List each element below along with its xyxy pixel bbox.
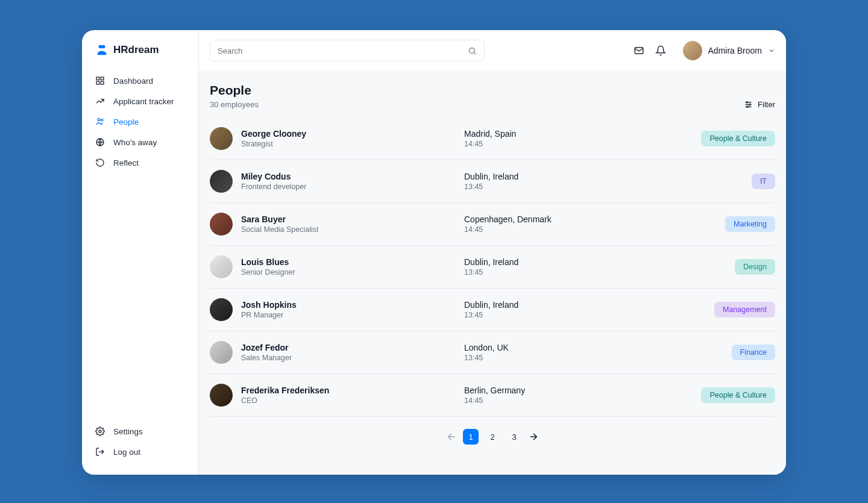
employee-row[interactable]: Josh HopkinsPR ManagerDublin, Ireland13:… [210, 289, 775, 331]
avatar [210, 341, 233, 364]
svg-point-18 [746, 102, 748, 104]
employee-role: Strategist [241, 140, 464, 148]
nav-spacer [82, 172, 198, 422]
avatar [683, 41, 702, 60]
search-box[interactable] [210, 40, 485, 61]
sidebar-item-reflect[interactable]: Reflect [82, 153, 198, 172]
prev-page-arrow-icon[interactable] [446, 431, 457, 442]
employee-tag-col: People & Culture [691, 131, 775, 146]
department-tag: People & Culture [701, 131, 775, 146]
user-menu[interactable]: Admira Broom [683, 41, 775, 60]
page-number[interactable]: 2 [485, 429, 500, 445]
employee-location: Berlin, Germany [464, 386, 691, 395]
employee-tag-col: Finance [691, 345, 775, 360]
department-tag: Finance [732, 345, 775, 360]
department-tag: People & Culture [701, 387, 775, 403]
employee-location: Dublin, Ireland [464, 257, 691, 267]
employee-tag-col: Design [691, 259, 775, 275]
sidebar-label: Reflect [113, 158, 139, 167]
employee-location-col: London, UK13:45 [464, 343, 691, 362]
sidebar-item-logout[interactable]: Log out [82, 442, 198, 461]
sidebar-label: Settings [113, 427, 143, 436]
employee-row[interactable]: Sara BuyerSocial Media SpecialistCopenha… [210, 203, 775, 246]
employee-row[interactable]: Jozef FedorSales ManagerLondon, UK13:45F… [210, 331, 775, 374]
employee-identity: Frederika FrederiksenCEO [241, 386, 464, 405]
chevron-down-icon [768, 47, 775, 54]
employee-identity: Miley CodusFrontend developer [241, 172, 464, 191]
employee-name: Jozef Fedor [241, 343, 464, 352]
avatar [210, 213, 233, 236]
logout-icon [95, 447, 105, 457]
employee-role: Frontend developer [241, 183, 464, 191]
next-page-arrow-icon[interactable] [528, 431, 539, 442]
employee-identity: George ClooneyStrategist [241, 129, 464, 148]
sidebar-item-settings[interactable]: Settings [82, 422, 198, 441]
department-tag: IT [752, 173, 775, 189]
sidebar-item-dashboard[interactable]: Dashboard [82, 71, 198, 90]
search-icon [468, 46, 477, 55]
svg-point-8 [101, 119, 103, 121]
employee-list: George ClooneyStrategistMadrid, Spain14:… [210, 117, 775, 417]
employee-location: Madrid, Spain [464, 129, 691, 139]
sidebar-label: Dashboard [113, 77, 153, 86]
employee-name: Miley Codus [241, 172, 464, 181]
filter-icon [744, 100, 753, 109]
employee-time: 14:45 [464, 225, 691, 234]
sidebar-item-applicant-tracker[interactable]: Applicant tracker [82, 92, 198, 111]
department-tag: Management [714, 302, 775, 317]
page-header: People 30 employees Filter [210, 83, 775, 109]
app-window: HRdream Dashboard Applicant tracker Peop… [82, 30, 786, 475]
svg-point-7 [98, 119, 100, 121]
svg-rect-4 [101, 77, 104, 80]
page-number[interactable]: 3 [506, 429, 522, 445]
pagination: 123 [210, 417, 775, 445]
sidebar-label: People [113, 117, 139, 127]
sidebar-label: Applicant tracker [113, 97, 174, 106]
employee-row[interactable]: Louis BluesSenior DesignerDublin, Irelan… [210, 246, 775, 289]
sidebar-label: Who's away [113, 138, 157, 147]
employee-tag-col: IT [691, 173, 775, 189]
employee-time: 13:45 [464, 311, 691, 319]
logo-text: HRdream [113, 44, 159, 56]
logo: HRdream [82, 43, 198, 71]
employee-role: CEO [241, 396, 464, 405]
search-input[interactable] [218, 46, 468, 55]
logo-icon [95, 43, 108, 57]
page-number[interactable]: 1 [463, 429, 479, 445]
employee-row[interactable]: George ClooneyStrategistMadrid, Spain14:… [210, 117, 775, 160]
page-numbers: 123 [463, 429, 522, 445]
employee-location: Copenhagen, Denmark [464, 214, 691, 224]
reflect-icon [95, 158, 105, 167]
employee-identity: Louis BluesSenior Designer [241, 257, 464, 276]
employee-name: Sara Buyer [241, 214, 464, 224]
svg-point-2 [100, 45, 104, 49]
bell-icon[interactable] [655, 45, 666, 56]
employee-name: George Clooney [241, 129, 464, 139]
topbar: Admira Broom [199, 30, 786, 71]
globe-icon [95, 137, 105, 147]
svg-point-20 [747, 106, 749, 108]
employee-location: Dublin, Ireland [464, 300, 691, 310]
avatar [210, 170, 233, 193]
employee-name: Josh Hopkins [241, 300, 464, 310]
employee-time: 13:45 [464, 268, 691, 276]
employee-location-col: Dublin, Ireland13:45 [464, 257, 691, 276]
employee-time: 13:45 [464, 354, 691, 362]
employee-identity: Jozef FedorSales Manager [241, 343, 464, 362]
avatar [210, 127, 233, 150]
sidebar-item-whos-away[interactable]: Who's away [82, 133, 198, 152]
employee-row[interactable]: Miley CodusFrontend developerDublin, Ire… [210, 160, 775, 203]
employee-row[interactable]: Frederika FrederiksenCEOBerlin, Germany1… [210, 374, 775, 417]
sidebar-item-people[interactable]: People [82, 112, 198, 131]
employee-tag-col: Marketing [691, 216, 775, 232]
avatar [210, 255, 233, 278]
employee-time: 14:45 [464, 396, 691, 405]
employee-role: PR Manager [241, 311, 464, 319]
mail-icon[interactable] [634, 45, 644, 56]
avatar [210, 384, 233, 407]
filter-button[interactable]: Filter [744, 100, 775, 109]
svg-rect-6 [101, 81, 104, 84]
employee-location: Dublin, Ireland [464, 172, 691, 181]
employee-role: Social Media Specialist [241, 225, 464, 234]
employee-name: Louis Blues [241, 257, 464, 267]
